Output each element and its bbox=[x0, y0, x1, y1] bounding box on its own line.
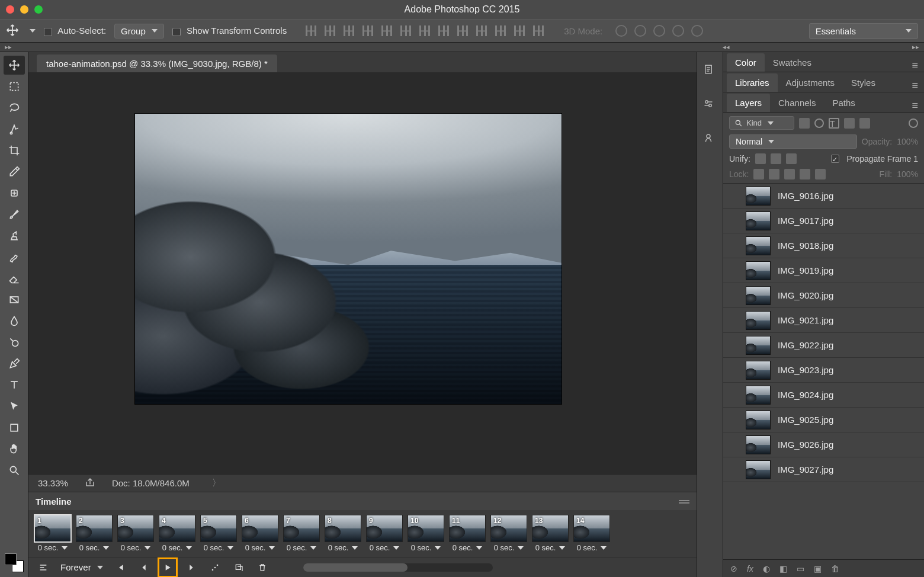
healing-brush-tool[interactable] bbox=[4, 184, 25, 203]
layer-row[interactable]: IMG_9021.jpg bbox=[723, 308, 924, 333]
share-icon[interactable] bbox=[85, 477, 95, 490]
clone-stamp-tool[interactable] bbox=[4, 226, 25, 245]
loop-dropdown[interactable]: Forever bbox=[60, 562, 103, 572]
frame-delay-dropdown[interactable]: 0 sec. bbox=[328, 543, 358, 552]
frame-delay-dropdown[interactable]: 0 sec. bbox=[79, 543, 110, 552]
filter-pixel-icon[interactable] bbox=[799, 118, 810, 129]
timeline-frame[interactable]: 30 sec. bbox=[117, 515, 154, 552]
timeline-grip-icon[interactable] bbox=[679, 499, 689, 504]
layer-visibility-toggle[interactable] bbox=[729, 316, 739, 325]
unify-visibility-icon[interactable] bbox=[771, 153, 781, 164]
panel-menu-icon[interactable]: ≡ bbox=[912, 59, 919, 72]
unify-style-icon[interactable] bbox=[786, 153, 797, 164]
foreground-color-swatch[interactable] bbox=[5, 553, 17, 565]
align-right-edges-icon[interactable] bbox=[400, 25, 411, 36]
delete-frame-button[interactable] bbox=[256, 561, 269, 574]
layer-name[interactable]: IMG_9021.jpg bbox=[778, 315, 833, 325]
frame-delay-dropdown[interactable]: 0 sec. bbox=[535, 543, 566, 552]
tab-paths[interactable]: Paths bbox=[824, 94, 863, 112]
layer-row[interactable]: IMG_9019.jpg bbox=[723, 258, 924, 283]
distribute-left-icon[interactable] bbox=[476, 25, 487, 36]
timeline-frame[interactable]: 70 sec. bbox=[283, 515, 320, 552]
auto-select-option[interactable]: Auto-Select: bbox=[44, 25, 106, 36]
align-left-edges-icon[interactable] bbox=[362, 25, 373, 36]
layer-row[interactable]: IMG_9024.jpg bbox=[723, 383, 924, 408]
dodge-tool[interactable] bbox=[4, 333, 25, 352]
frame-delay-dropdown[interactable]: 0 sec. bbox=[577, 543, 607, 552]
filter-adjustment-icon[interactable] bbox=[814, 118, 824, 128]
timeline-frame[interactable]: 40 sec. bbox=[159, 515, 195, 552]
lock-position-icon[interactable] bbox=[784, 169, 795, 179]
distribute-vcenter-icon[interactable] bbox=[438, 25, 449, 36]
layer-visibility-toggle[interactable] bbox=[729, 241, 739, 251]
auto-align-icon[interactable] bbox=[533, 25, 544, 36]
quick-select-tool[interactable] bbox=[4, 120, 25, 139]
tab-libraries[interactable]: Libraries bbox=[727, 73, 778, 92]
threed-slide-icon[interactable] bbox=[672, 25, 684, 37]
first-frame-button[interactable] bbox=[114, 561, 127, 574]
layer-visibility-toggle[interactable] bbox=[729, 191, 739, 201]
propagate-frame-option[interactable]: Propagate Frame 1 bbox=[831, 154, 918, 164]
filter-smart-icon[interactable] bbox=[859, 118, 870, 129]
eyedropper-tool[interactable] bbox=[4, 162, 25, 181]
opacity-value[interactable]: 100% bbox=[897, 137, 918, 146]
timeline-frame[interactable]: 110 sec. bbox=[449, 515, 486, 552]
align-bottom-edges-icon[interactable] bbox=[344, 25, 354, 36]
distribute-top-icon[interactable] bbox=[419, 25, 430, 36]
tab-channels[interactable]: Channels bbox=[770, 94, 824, 112]
layer-name[interactable]: IMG_9020.jpg bbox=[778, 290, 833, 300]
blur-tool[interactable] bbox=[4, 312, 25, 331]
timeline-frame[interactable]: 120 sec. bbox=[490, 515, 527, 552]
unify-position-icon[interactable] bbox=[755, 153, 766, 164]
layer-name[interactable]: IMG_9018.jpg bbox=[778, 241, 833, 251]
layer-row[interactable]: IMG_9026.jpg bbox=[723, 432, 924, 457]
filter-toggle-icon[interactable] bbox=[909, 118, 918, 128]
close-window-button[interactable] bbox=[6, 5, 14, 14]
layer-name[interactable]: IMG_9016.jpg bbox=[778, 191, 833, 201]
path-select-tool[interactable] bbox=[4, 397, 25, 416]
prev-frame-button[interactable] bbox=[137, 561, 150, 574]
frame-delay-dropdown[interactable]: 0 sec. bbox=[494, 543, 524, 552]
play-button[interactable] bbox=[161, 561, 174, 574]
distribute-right-icon[interactable] bbox=[514, 25, 525, 36]
layer-name[interactable]: IMG_9025.jpg bbox=[778, 415, 833, 425]
history-brush-tool[interactable] bbox=[4, 248, 25, 267]
layer-name[interactable]: IMG_9026.jpg bbox=[778, 440, 833, 450]
tool-preset-dropdown-icon[interactable] bbox=[30, 29, 36, 33]
expand-left-icon[interactable]: ▸▸ bbox=[5, 43, 12, 51]
layer-visibility-toggle[interactable] bbox=[729, 341, 739, 350]
layer-visibility-toggle[interactable] bbox=[729, 366, 739, 375]
marquee-tool[interactable] bbox=[4, 77, 25, 96]
tab-color[interactable]: Color bbox=[727, 53, 765, 72]
lock-artboard-icon[interactable] bbox=[800, 169, 810, 179]
layer-row[interactable]: IMG_9016.jpg bbox=[723, 184, 924, 209]
crop-tool[interactable] bbox=[4, 141, 25, 160]
distribute-hcenter-icon[interactable] bbox=[495, 25, 506, 36]
timeline-frame[interactable]: 140 sec. bbox=[573, 515, 610, 552]
new-layer-icon[interactable]: ▣ bbox=[814, 564, 822, 573]
panel-menu-icon[interactable]: ≡ bbox=[912, 100, 919, 112]
layer-fx-icon[interactable]: fx bbox=[747, 564, 753, 573]
history-panel-icon[interactable] bbox=[703, 64, 717, 78]
frame-delay-dropdown[interactable]: 0 sec. bbox=[287, 543, 317, 552]
shape-tool[interactable] bbox=[4, 418, 25, 437]
brush-tool[interactable] bbox=[4, 205, 25, 224]
expand-right-icon[interactable]: ▸▸ bbox=[912, 43, 919, 51]
fill-value[interactable]: 100% bbox=[897, 169, 918, 179]
layer-visibility-toggle[interactable] bbox=[729, 390, 739, 400]
layer-row[interactable]: IMG_9017.jpg bbox=[723, 209, 924, 233]
threed-rotate-icon[interactable] bbox=[615, 25, 627, 37]
align-horizontal-centers-icon[interactable] bbox=[381, 25, 392, 36]
timeline-scrollbar-thumb[interactable] bbox=[303, 563, 408, 572]
layer-row[interactable]: IMG_9020.jpg bbox=[723, 283, 924, 308]
align-vertical-centers-icon[interactable] bbox=[325, 25, 335, 36]
zoom-tool[interactable] bbox=[4, 461, 25, 480]
tab-layers[interactable]: Layers bbox=[727, 94, 770, 112]
move-tool[interactable] bbox=[4, 56, 25, 75]
next-frame-button[interactable] bbox=[185, 561, 198, 574]
type-tool[interactable] bbox=[4, 376, 25, 395]
eraser-tool[interactable] bbox=[4, 269, 25, 288]
timeline-frame[interactable]: 90 sec. bbox=[366, 515, 403, 552]
lock-pixels-icon[interactable] bbox=[769, 169, 779, 179]
tab-swatches[interactable]: Swatches bbox=[765, 53, 820, 72]
